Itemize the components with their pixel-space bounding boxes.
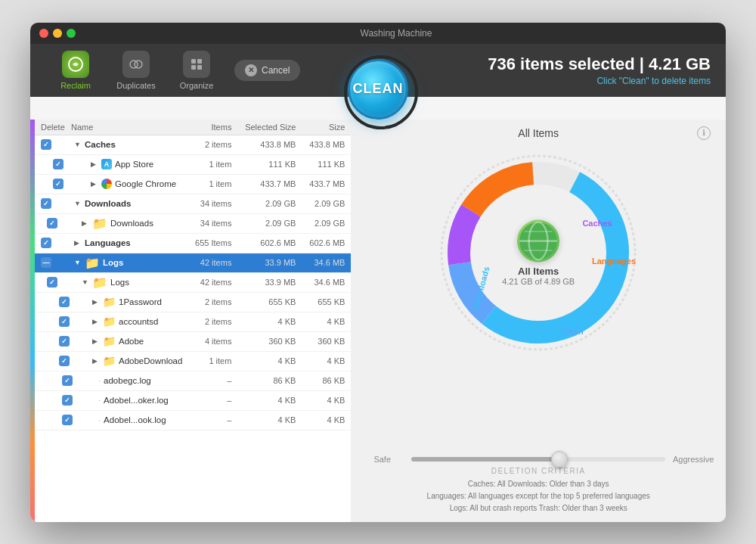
- languages-selsize: 602.6 MB: [231, 238, 296, 247]
- slider-track[interactable]: [411, 457, 665, 462]
- checkbox-adobedownload[interactable]: [59, 356, 70, 366]
- logs-sub-selsize: 33.9 MB: [231, 278, 296, 287]
- reclaim-button[interactable]: Reclaim: [45, 51, 106, 90]
- row-caches[interactable]: ▼ Caches 2 items 433.8 MB 433.8 MB: [35, 135, 351, 155]
- reclaim-label: Reclaim: [60, 81, 91, 90]
- row-adobedownload[interactable]: ▶ 📁 AdobeDownload 1 item 4 KB 4 KB: [35, 352, 351, 371]
- adobeoker-file-icon: ·: [98, 396, 101, 405]
- adobeook-selsize: 4 KB: [231, 415, 296, 424]
- slider-area: Safe Aggressive DELETION CRITERIA Caches…: [351, 447, 726, 522]
- chrome-icon: [101, 179, 112, 189]
- row-adobeoker[interactable]: · Adobel...oker.log – 4 KB 4 KB: [35, 391, 351, 411]
- checkbox-appstore[interactable]: [53, 159, 64, 169]
- checkbox-downloads-group[interactable]: [41, 198, 51, 209]
- info-button[interactable]: ℹ: [697, 126, 711, 140]
- adobedownload-size: 4 KB: [296, 356, 345, 365]
- row-1password[interactable]: ▶ 📁 1Password 2 items 655 KB 655 KB: [35, 293, 351, 312]
- left-panel: Delete Name Items Selected Size Size ▼ C…: [30, 120, 351, 522]
- slider-thumb[interactable]: [551, 451, 568, 468]
- organize-button[interactable]: Organize: [166, 51, 227, 90]
- checkbox-logs-sub[interactable]: [47, 277, 57, 288]
- adobeook-file-icon: ·: [98, 415, 101, 424]
- caches-selsize: 433.8 MB: [231, 140, 296, 149]
- window-controls[interactable]: [39, 29, 76, 38]
- expand-caches[interactable]: ▼: [74, 141, 82, 148]
- row-logs-group[interactable]: ▼ 📁 Logs 42 items 33.9 MB 34.6 MB: [35, 253, 351, 273]
- downloads-group-size: 2.09 GB: [296, 199, 345, 208]
- 1password-size: 655 KB: [296, 297, 345, 306]
- appstore-icon: A: [101, 159, 112, 169]
- caches-label: Caches: [85, 140, 116, 149]
- logs-sub-items: 42 items: [182, 278, 231, 287]
- checkbox-caches[interactable]: [41, 139, 51, 150]
- checkbox-adobeoker[interactable]: [62, 395, 73, 406]
- content-area: Delete Name Items Selected Size Size ▼ C…: [30, 120, 726, 522]
- minimize-button[interactable]: [53, 29, 62, 38]
- window-title: Washing Machine: [76, 28, 717, 39]
- adobedownload-items: 1 item: [182, 356, 231, 365]
- reclaim-icon: [62, 51, 89, 78]
- row-downloads-group[interactable]: ▼ Downloads 34 items 2.09 GB 2.09 GB: [35, 194, 351, 214]
- duplicates-button[interactable]: Duplicates: [106, 51, 166, 90]
- checkbox-1password[interactable]: [59, 297, 70, 307]
- adobeoker-size: 4 KB: [296, 396, 345, 405]
- expand-1password[interactable]: ▶: [92, 298, 100, 306]
- close-button[interactable]: [39, 29, 48, 38]
- checkbox-adobe[interactable]: [59, 336, 70, 347]
- checkbox-downloads-sub[interactable]: [47, 218, 57, 228]
- list-header: Delete Name Items Selected Size Size: [35, 120, 351, 135]
- row-languages[interactable]: ▶ Languages 655 Items 602.6 MB 602.6 MB: [35, 234, 351, 253]
- 1password-items: 2 items: [182, 297, 231, 306]
- expand-adobedownload[interactable]: ▶: [92, 357, 100, 365]
- titlebar: Washing Machine: [30, 23, 726, 44]
- chart-title: All Items: [518, 127, 559, 139]
- checkbox-logs-group[interactable]: [41, 257, 51, 268]
- expand-adobe[interactable]: ▶: [92, 337, 100, 345]
- row-adobe[interactable]: ▶ 📁 Adobe 4 items 360 KB 360 KB: [35, 332, 351, 352]
- app-window: Washing Machine Reclaim Duplicates: [30, 23, 726, 522]
- header-items: Items: [182, 123, 231, 132]
- appstore-items: 1 item: [182, 160, 231, 169]
- checkbox-languages[interactable]: [41, 238, 51, 248]
- maximize-button[interactable]: [67, 29, 76, 38]
- checkbox-adobeook[interactable]: [62, 415, 73, 425]
- adobeoker-selsize: 4 KB: [231, 396, 296, 405]
- file-list[interactable]: Delete Name Items Selected Size Size ▼ C…: [35, 120, 351, 522]
- downloads-sub-selsize: 2.09 GB: [231, 219, 296, 228]
- expand-logs-sub[interactable]: ▼: [82, 278, 89, 286]
- cancel-button[interactable]: ✕ Cancel: [234, 60, 300, 81]
- checkbox-adobegc[interactable]: [62, 375, 73, 386]
- downloads-group-items: 34 items: [182, 199, 231, 208]
- checkbox-chrome[interactable]: [53, 179, 64, 189]
- row-adobeook[interactable]: · Adobel...ook.log – 4 KB 4 KB: [35, 411, 351, 431]
- expand-logs[interactable]: ▼: [74, 259, 82, 266]
- row-adobegc[interactable]: · adobegc.log – 86 KB 86 KB: [35, 371, 351, 391]
- header-delete: Delete: [41, 123, 71, 132]
- expand-languages[interactable]: ▶: [74, 239, 82, 247]
- checkbox-accountsd[interactable]: [59, 316, 70, 327]
- appstore-label: App Store: [115, 160, 153, 169]
- adobegc-file-icon: ·: [98, 376, 101, 385]
- donut-chart: Caches Languages Downloads Trash: [432, 147, 644, 359]
- accountsd-folder-icon: 📁: [103, 316, 116, 328]
- row-downloads-sub[interactable]: ▶ 📁 Downloads 34 items 2.09 GB 2.09 GB: [35, 214, 351, 234]
- criteria-line-2: Languages: All languages except for the …: [373, 490, 703, 502]
- clean-button[interactable]: CLEAN: [348, 59, 408, 120]
- expand-chrome[interactable]: ▶: [91, 180, 98, 188]
- row-accountsd[interactable]: ▶ 📁 accountsd 2 items 4 KB 4 KB: [35, 312, 351, 332]
- svg-point-2: [135, 61, 142, 68]
- logs-group-label: Logs: [103, 258, 123, 267]
- row-logs-sub[interactable]: ▼ 📁 Logs 42 items 33.9 MB 34.6 MB: [35, 273, 351, 293]
- expand-downloads-sub[interactable]: ▶: [82, 219, 89, 227]
- row-appstore[interactable]: ▶ A App Store 1 item 111 KB 111 KB: [35, 155, 351, 175]
- criteria-line-1: Caches: All Downloads: Older than 3 days: [373, 478, 703, 490]
- row-chrome[interactable]: ▶ Google Chrome 1 item 433.7 MB 433.7 MB: [35, 175, 351, 194]
- expand-downloads[interactable]: ▼: [74, 200, 82, 207]
- expand-appstore[interactable]: ▶: [91, 160, 98, 168]
- svg-rect-3: [191, 59, 196, 64]
- accountsd-label: accountsd: [119, 317, 158, 326]
- expand-accountsd[interactable]: ▶: [92, 318, 100, 325]
- adobeook-size: 4 KB: [296, 415, 345, 424]
- 1password-selsize: 655 KB: [231, 297, 296, 306]
- logs-group-selsize: 33.9 MB: [231, 258, 296, 267]
